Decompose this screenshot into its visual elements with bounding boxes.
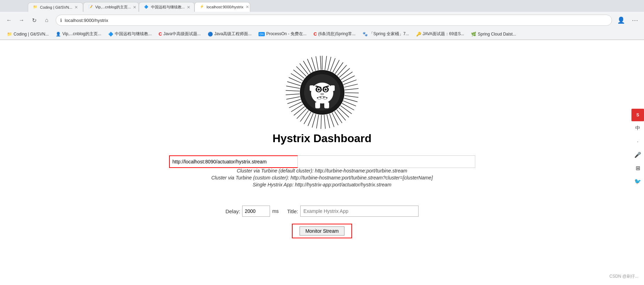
svg-line-42 bbox=[289, 77, 302, 83]
bookmark-icon: 🔷 bbox=[108, 32, 113, 37]
hints-block: Cluster via Turbine (default cluster): h… bbox=[211, 168, 433, 189]
bookmark-china[interactable]: 🔷 中国远程与继续教... bbox=[105, 30, 154, 38]
address-bar[interactable]: ℹ bbox=[56, 15, 612, 26]
tab-favicon: ⚡ bbox=[200, 5, 205, 9]
svg-line-1 bbox=[325, 56, 326, 70]
tab-favicon: 📁 bbox=[33, 5, 38, 10]
bookmark-processon[interactable]: On ProcessOn - 免费在... bbox=[256, 30, 309, 38]
sohu-zh-icon[interactable]: 中 bbox=[631, 122, 644, 134]
forward-button[interactable]: → bbox=[17, 15, 26, 25]
svg-line-13 bbox=[344, 93, 358, 93]
svg-rect-56 bbox=[331, 85, 335, 91]
tab-close-icon[interactable]: ✕ bbox=[246, 5, 249, 9]
bookmark-vip[interactable]: 👤 Vip,...cnblog的主页... bbox=[53, 30, 104, 38]
profile-icon[interactable]: 👤 bbox=[616, 15, 626, 25]
sohu-bird-icon[interactable]: 🐦 bbox=[631, 175, 644, 187]
svg-line-49 bbox=[311, 57, 316, 71]
tab-vip[interactable]: 📝 Vip,...cnblog的主页... ✕ bbox=[83, 2, 139, 12]
bookmark-java1[interactable]: C Java中高级面试题... bbox=[156, 30, 204, 38]
tab-close-icon[interactable]: ✕ bbox=[133, 5, 136, 10]
svg-line-28 bbox=[312, 114, 316, 127]
bookmark-spring2[interactable]: 🐾 「Spring 全家桶」7... bbox=[360, 30, 412, 38]
svg-rect-67 bbox=[321, 97, 323, 99]
hystrix-logo bbox=[284, 54, 360, 132]
browser-chrome: 📁 Coding | Git/SVN... ✕ 📝 Vip,...cnblog的… bbox=[0, 0, 644, 40]
svg-point-59 bbox=[318, 88, 320, 91]
svg-line-7 bbox=[339, 68, 350, 77]
browser-toolbar: ← → ↻ ⌂ ℹ 👤 ⋯ bbox=[0, 12, 644, 29]
bookmark-icon: 🔵 bbox=[208, 32, 213, 37]
home-button[interactable]: ⌂ bbox=[42, 15, 51, 25]
url-bar-container bbox=[169, 155, 475, 168]
svg-line-43 bbox=[291, 74, 302, 81]
sohu-dot-icon[interactable]: · bbox=[631, 135, 644, 148]
bookmark-coding[interactable]: 📁 Coding | Git/SVN... bbox=[4, 31, 51, 38]
tab-label: 中国远程与继续教... bbox=[151, 5, 185, 10]
page-title: Hystrix Dashboard bbox=[272, 132, 372, 145]
svg-line-24 bbox=[327, 115, 329, 128]
tab-close-icon[interactable]: ✕ bbox=[187, 5, 190, 10]
menu-button[interactable]: ⋯ bbox=[630, 15, 640, 25]
bookmark-label: Coding | Git/SVN... bbox=[14, 32, 49, 37]
svg-point-63 bbox=[325, 88, 327, 91]
tab-hystrix[interactable]: ⚡ localhost:9000/hystrix ✕ bbox=[194, 2, 250, 12]
svg-line-38 bbox=[286, 94, 300, 95]
sohu-table-icon[interactable]: ⊞ bbox=[631, 162, 644, 174]
tab-favicon: 🔷 bbox=[144, 5, 149, 10]
url-input[interactable] bbox=[65, 18, 607, 23]
svg-line-35 bbox=[289, 102, 301, 108]
stream-url-extra[interactable] bbox=[298, 155, 475, 168]
monitor-btn-wrapper: Monitor Stream bbox=[292, 224, 352, 238]
svg-rect-65 bbox=[320, 93, 324, 95]
svg-line-48 bbox=[307, 59, 313, 72]
bookmark-label: Spring Cloud Dalst... bbox=[478, 32, 516, 37]
hint2: Cluster via Turbine (custom cluster): ht… bbox=[211, 175, 433, 180]
svg-line-45 bbox=[296, 67, 306, 76]
bookmark-java2[interactable]: 🔵 Java高级工程师面... bbox=[205, 30, 254, 38]
svg-line-36 bbox=[287, 99, 301, 103]
svg-rect-55 bbox=[310, 85, 314, 91]
svg-line-33 bbox=[294, 107, 304, 115]
monitor-stream-button[interactable]: Monitor Stream bbox=[300, 226, 345, 236]
tab-china[interactable]: 🔷 中国远程与继续教... ✕ bbox=[139, 2, 194, 12]
tab-close-icon[interactable]: ✕ bbox=[74, 5, 78, 10]
bookmark-spring3[interactable]: 🌿 Spring Cloud Dalst... bbox=[468, 31, 519, 38]
svg-rect-70 bbox=[324, 102, 329, 108]
svg-line-20 bbox=[336, 110, 345, 121]
svg-line-31 bbox=[300, 110, 308, 122]
refresh-button[interactable]: ↻ bbox=[29, 15, 39, 25]
hint3: Single Hystrix App: http://hystrix-app:p… bbox=[211, 182, 433, 187]
sohu-toolbar: S 中 · 🎤 ⊞ 🐦 bbox=[631, 109, 644, 187]
bookmark-icon: 🔑 bbox=[416, 32, 421, 37]
svg-line-26 bbox=[321, 115, 321, 129]
bookmark-label: JAVA面试题：69道S... bbox=[423, 31, 464, 37]
bookmark-icon: C bbox=[159, 31, 162, 37]
bookmark-icon: 📁 bbox=[7, 32, 12, 37]
svg-line-12 bbox=[344, 88, 358, 90]
sohu-mic-icon[interactable]: 🎤 bbox=[631, 148, 644, 161]
delay-section: Delay: ms bbox=[225, 206, 279, 217]
stream-url-input[interactable] bbox=[169, 155, 298, 168]
browser-tabs: 📁 Coding | Git/SVN... ✕ 📝 Vip,...cnblog的… bbox=[0, 0, 644, 12]
svg-rect-69 bbox=[315, 102, 320, 108]
svg-line-8 bbox=[341, 72, 352, 79]
title-input[interactable] bbox=[300, 206, 419, 217]
svg-rect-68 bbox=[324, 97, 326, 99]
nav-buttons: ← → ↻ ⌂ bbox=[4, 15, 51, 25]
sohu-icon[interactable]: S bbox=[631, 109, 644, 121]
bookmark-label: 中国远程与继续教... bbox=[115, 31, 152, 37]
bookmark-icon: 👤 bbox=[56, 32, 61, 37]
svg-line-51 bbox=[320, 56, 321, 70]
svg-line-30 bbox=[304, 112, 311, 124]
svg-line-44 bbox=[293, 70, 304, 78]
csdn-watermark: CSDN @刷仔... bbox=[609, 274, 638, 279]
svg-line-2 bbox=[327, 57, 331, 70]
tab-coding[interactable]: 📁 Coding | Git/SVN... ✕ bbox=[28, 2, 83, 12]
bookmark-java3[interactable]: 🔑 JAVA面试题：69道S... bbox=[413, 30, 467, 38]
delay-input[interactable] bbox=[242, 206, 270, 217]
svg-line-25 bbox=[324, 115, 325, 129]
svg-line-47 bbox=[303, 61, 310, 73]
back-button[interactable]: ← bbox=[4, 15, 14, 25]
svg-line-39 bbox=[286, 91, 300, 91]
bookmark-spring1[interactable]: C (6条消息)Spring常... bbox=[311, 30, 358, 38]
